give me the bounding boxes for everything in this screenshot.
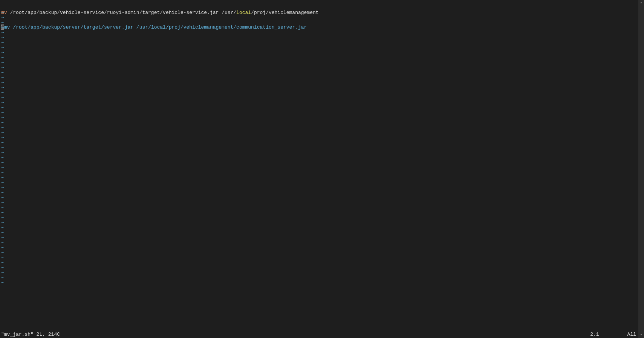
empty-line-tilde: ~ [1, 230, 4, 235]
empty-line-tilde: ~ [1, 276, 4, 280]
empty-line-tilde: ~ [1, 50, 4, 55]
empty-lines: ~~~~~~~~~~~~~~~~~~~~~~~~~~~~~~~~~~~~~~~~… [1, 10, 4, 285]
empty-line-tilde: ~ [1, 215, 4, 220]
empty-line-tilde: ~ [1, 100, 4, 105]
empty-line-tilde: ~ [1, 45, 4, 50]
empty-line-tilde: ~ [1, 110, 4, 115]
empty-line-tilde: ~ [1, 25, 4, 30]
empty-line-tilde: ~ [1, 75, 4, 80]
scrollbar-up-icon[interactable]: ▴ [638, 0, 644, 6]
empty-line-tilde: ~ [1, 150, 4, 155]
empty-line-tilde: ~ [1, 60, 4, 65]
status-bar: "mv_jar.sh" 2L, 214C 2,1 All [0, 331, 638, 338]
status-position: 2,1 [590, 332, 599, 337]
empty-line-tilde: ~ [1, 30, 4, 35]
empty-line-tilde: ~ [1, 180, 4, 185]
empty-line-tilde: ~ [1, 171, 4, 175]
empty-line-tilde: ~ [1, 256, 4, 260]
empty-line-tilde: ~ [1, 260, 4, 265]
empty-line-tilde: ~ [1, 115, 4, 120]
empty-line-tilde: ~ [1, 220, 4, 225]
empty-line-tilde: ~ [1, 140, 4, 145]
empty-line-tilde: ~ [1, 65, 4, 70]
editor-area[interactable]: mv /root/app/backup/vehicle-service/ruoy… [0, 0, 638, 338]
comment-text: mv /root/app/backup/server/target/server… [4, 24, 307, 30]
status-scroll: All [627, 332, 636, 337]
empty-line-tilde: ~ [1, 265, 4, 270]
scrollbar-down-icon[interactable]: ▾ [638, 332, 644, 338]
empty-line-tilde: ~ [1, 40, 4, 45]
empty-line-tilde: ~ [1, 206, 4, 210]
empty-line-tilde: ~ [1, 250, 4, 255]
code-line-2[interactable]: #mv /root/app/backup/server/target/serve… [0, 25, 638, 30]
empty-line-tilde: ~ [1, 225, 4, 230]
empty-line-tilde: ~ [1, 95, 4, 100]
empty-line-tilde: ~ [1, 125, 4, 130]
code-line-1[interactable]: mv /root/app/backup/vehicle-service/ruoy… [0, 10, 638, 15]
path-text: /proj/vehiclemanagement [251, 10, 318, 15]
empty-line-tilde: ~ [1, 10, 4, 15]
empty-line-tilde: ~ [1, 190, 4, 195]
empty-line-tilde: ~ [1, 270, 4, 275]
empty-line-tilde: ~ [1, 130, 4, 135]
empty-line-tilde: ~ [1, 135, 4, 140]
empty-line-tilde: ~ [1, 55, 4, 60]
status-filename: "mv_jar.sh" 2L, 214C [1, 332, 60, 337]
empty-line-tilde: ~ [1, 35, 4, 40]
empty-line-tilde: ~ [1, 145, 4, 150]
empty-line-tilde: ~ [1, 120, 4, 125]
empty-line-tilde: ~ [1, 85, 4, 90]
empty-line-tilde: ~ [1, 210, 4, 215]
empty-line-tilde: ~ [1, 280, 4, 285]
empty-line-tilde: ~ [1, 70, 4, 75]
search-highlight: local [236, 10, 251, 15]
empty-line-tilde: ~ [1, 20, 4, 25]
path-text: /root/app/backup/vehicle-service/ruoyi-a… [7, 10, 237, 15]
empty-line-tilde: ~ [1, 175, 4, 180]
empty-line-tilde: ~ [1, 241, 4, 245]
empty-line-tilde: ~ [1, 185, 4, 190]
empty-line-tilde: ~ [1, 200, 4, 205]
empty-line-tilde: ~ [1, 15, 4, 20]
empty-line-tilde: ~ [1, 165, 4, 170]
empty-line-tilde: ~ [1, 195, 4, 200]
empty-line-tilde: ~ [1, 90, 4, 95]
empty-line-tilde: ~ [1, 235, 4, 240]
empty-line-tilde: ~ [1, 160, 4, 165]
scrollbar[interactable]: ▴ ▾ [638, 0, 644, 338]
empty-line-tilde: ~ [1, 80, 4, 85]
empty-line-tilde: ~ [1, 245, 4, 250]
empty-line-tilde: ~ [1, 105, 4, 110]
empty-line-tilde: ~ [1, 155, 4, 160]
